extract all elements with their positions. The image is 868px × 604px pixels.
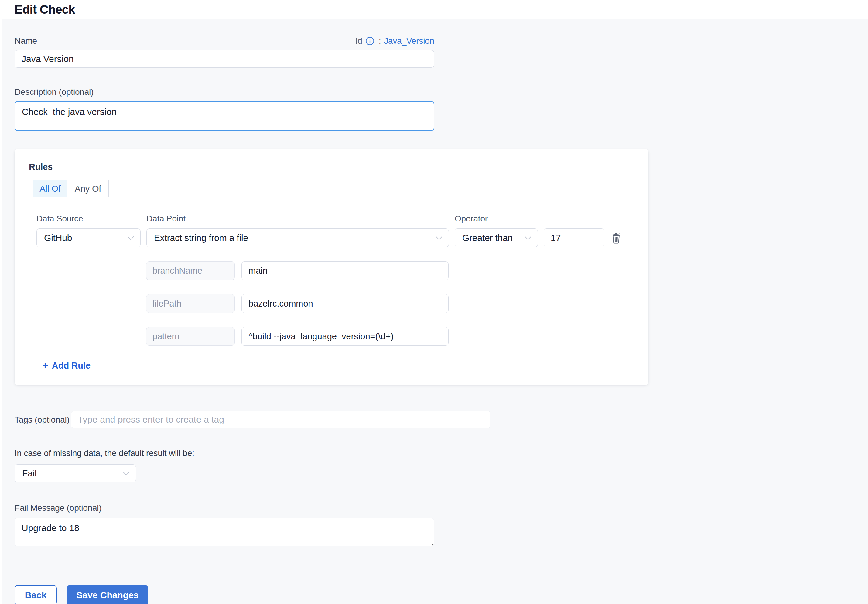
- rule-column-labels: Data Source Data Point Operator: [36, 214, 648, 224]
- operator-select[interactable]: Greater than: [455, 228, 538, 247]
- check-id-row: Id : Java_Version: [355, 36, 434, 46]
- chevron-down-icon: [436, 233, 442, 240]
- add-rule-label: Add Rule: [52, 361, 90, 371]
- page-title: Edit Check: [15, 3, 75, 16]
- delete-rule-button[interactable]: [610, 231, 622, 245]
- operator-threshold-input[interactable]: [544, 228, 604, 247]
- fail-message-label: Fail Message (optional): [15, 503, 101, 512]
- add-rule-button[interactable]: + Add Rule: [42, 360, 90, 371]
- name-input[interactable]: [15, 50, 434, 68]
- chevron-down-icon: [525, 233, 531, 240]
- trash-icon: [611, 231, 622, 245]
- data-point-select[interactable]: Extract string from a file: [146, 228, 449, 247]
- rule-param-row: branchName: [146, 261, 648, 280]
- param-value-branchname[interactable]: [242, 261, 449, 280]
- description-label: Description (optional): [15, 87, 93, 96]
- param-value-pattern[interactable]: [242, 327, 449, 346]
- description-textarea[interactable]: Check the java version: [15, 101, 434, 131]
- info-icon[interactable]: [365, 36, 375, 45]
- data-source-select[interactable]: GitHub: [36, 228, 141, 247]
- id-separator: :: [379, 36, 381, 46]
- missing-data-section: In case of missing data, the default res…: [15, 449, 868, 483]
- save-changes-button[interactable]: Save Changes: [67, 585, 148, 604]
- form-actions: Back Save Changes: [15, 585, 868, 604]
- missing-data-select[interactable]: Fail: [15, 464, 136, 483]
- page-header: Edit Check: [0, 0, 868, 19]
- operator-value: Greater than: [462, 233, 513, 243]
- tags-input[interactable]: [71, 411, 490, 429]
- plus-icon: +: [42, 360, 48, 371]
- rule-row: GitHub Extract string from a file Greate…: [36, 228, 648, 247]
- param-key-pattern: pattern: [146, 327, 235, 346]
- check-id-link[interactable]: Java_Version: [384, 36, 434, 46]
- rules-card: Rules All Of Any Of Data Source Data Poi…: [15, 149, 648, 385]
- tags-section: Tags (optional): [15, 407, 868, 429]
- missing-data-label: In case of missing data, the default res…: [15, 449, 868, 458]
- fail-message-textarea[interactable]: Upgrade to 18: [15, 518, 434, 546]
- tags-label: Tags (optional): [15, 415, 70, 424]
- id-label: Id: [355, 36, 362, 46]
- name-label-row: Name Id : Java_Version: [15, 36, 434, 46]
- param-key-filepath: filePath: [146, 294, 235, 313]
- rule-param-row: pattern: [146, 327, 648, 346]
- data-source-value: GitHub: [44, 233, 72, 243]
- toggle-any-of[interactable]: Any Of: [67, 180, 109, 197]
- operator-label: Operator: [455, 214, 538, 224]
- rules-title: Rules: [29, 162, 648, 172]
- description-section: Description (optional) Check the java ve…: [15, 87, 868, 131]
- fail-message-section: Fail Message (optional) Upgrade to 18: [15, 503, 868, 546]
- name-label: Name: [15, 36, 37, 46]
- back-button[interactable]: Back: [15, 585, 57, 604]
- missing-data-value: Fail: [22, 468, 37, 478]
- rule-param-row: filePath: [146, 294, 648, 313]
- data-point-value: Extract string from a file: [154, 233, 248, 243]
- param-key-branchname: branchName: [146, 261, 235, 280]
- toggle-all-of[interactable]: All Of: [33, 180, 67, 197]
- data-source-label: Data Source: [36, 214, 141, 224]
- chevron-down-icon: [123, 469, 129, 475]
- edit-check-form: Name Id : Java_Version Description (opti…: [2, 19, 868, 604]
- rules-match-toggle: All Of Any Of: [33, 180, 109, 197]
- param-value-filepath[interactable]: [242, 294, 449, 313]
- chevron-down-icon: [127, 233, 134, 240]
- data-point-label: Data Point: [146, 214, 449, 224]
